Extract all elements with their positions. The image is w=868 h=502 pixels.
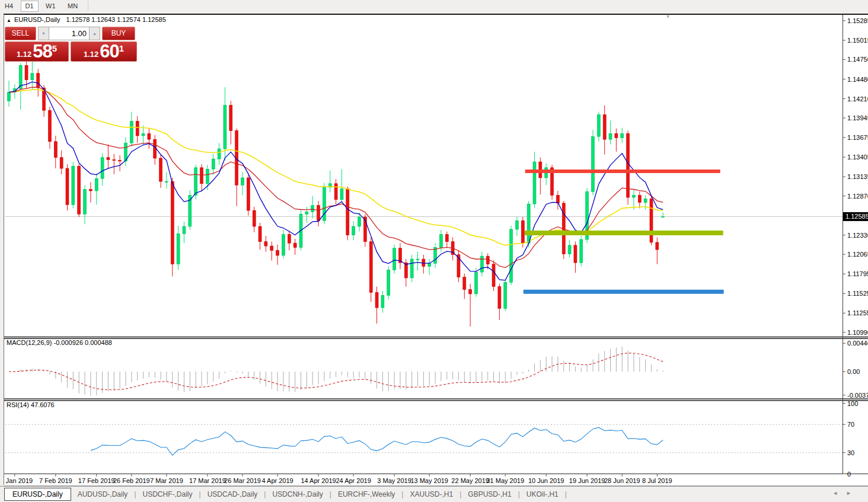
date-axis-label: 31 May 2019 [486, 477, 524, 484]
candle-body [615, 133, 618, 138]
tab-usdcad-daily[interactable]: USDCAD-,Daily [201, 488, 264, 500]
volume-spinner: ▼ ▲ [38, 27, 100, 40]
candle-body [48, 110, 51, 142]
candle-body [410, 259, 413, 278]
tab-usdcnh-daily[interactable]: USDCNH-,Daily [266, 488, 329, 500]
candle-body [37, 73, 40, 88]
candle-body [317, 206, 320, 221]
date-axis-label: 24 Apr 2019 [336, 477, 371, 484]
candle-body [282, 234, 285, 255]
buy-price-button[interactable]: 1.12601 [71, 41, 137, 62]
rsi-indicator-label: RSI(14) 47.6076 [7, 401, 55, 408]
price-axis-label: 1.13135 [847, 173, 868, 180]
tab-audusd-daily[interactable]: AUDUSD-,Daily [71, 488, 135, 500]
date-axis-label: 22 May 2019 [451, 477, 489, 484]
candle-body [334, 184, 337, 200]
rsi-axis-label: 30 [847, 449, 854, 456]
tab-scroll-left-icon[interactable]: ◄ [832, 490, 846, 496]
price-axis-label: 1.14480 [847, 76, 868, 83]
candle-body [656, 242, 659, 250]
buy-button[interactable]: BUY [102, 27, 135, 40]
candle-body [574, 245, 577, 263]
candle-body [404, 263, 407, 278]
date-axis-label: 14 Apr 2019 [301, 477, 336, 484]
candle-body [416, 259, 419, 260]
chevron-down-icon[interactable]: ▾ [666, 13, 669, 20]
buy-price-sup: 1 [119, 44, 124, 53]
macd-axis-label: 0.00 [847, 368, 860, 375]
tab-xauusd-h1[interactable]: XAUUSD-,H1 [403, 488, 459, 500]
date-axis-label: 26 Feb 2019 [113, 477, 150, 484]
volume-input[interactable] [49, 27, 90, 40]
price-axis-label: 1.11255 [847, 309, 868, 316]
tab-eurchf-weekly[interactable]: EURCHF-,Weekly [331, 488, 401, 500]
candle-body [25, 65, 28, 79]
timeframe-button-d1[interactable]: D1 [21, 1, 39, 12]
candle-body [78, 166, 81, 214]
ohlc-values: 1.12578 1.12643 1.12574 1.12585 [66, 16, 166, 23]
candle-body [504, 282, 507, 308]
rsi-axis-label: 0 [847, 471, 851, 478]
date-axis-label: 3 May 2019 [377, 477, 411, 484]
current-price-badge-label: 1.12585 [845, 213, 868, 220]
candle-body [492, 264, 495, 287]
symbol-tab-bar: EURUSD-,DailyAUDUSD-,Daily|USDCHF-,Daily… [0, 486, 868, 502]
candle-body [556, 195, 559, 203]
timeframe-button-mn[interactable]: MN [63, 1, 82, 12]
candle-body [340, 188, 343, 199]
candle-body [264, 242, 267, 246]
sell-price-sup: 5 [52, 44, 57, 53]
timeframe-toolbar: H4 D1 W1 MN [0, 0, 868, 12]
tab-ukoil-h1[interactable]: UKOil-,H1 [520, 488, 565, 500]
date-axis-label: 26 Mar 2019 [224, 477, 261, 484]
candle-body [218, 149, 221, 159]
tab-eurusd-daily[interactable]: EURUSD-,Daily [4, 488, 71, 501]
candle-body [130, 121, 133, 143]
tab-gbpusd-h1[interactable]: GBPUSD-,H1 [461, 488, 518, 500]
candle-body [603, 115, 606, 140]
collapse-panel-icon[interactable]: ▲ [7, 18, 11, 23]
sell-price-button[interactable]: 1.12585 [5, 41, 69, 62]
candle-body [148, 133, 151, 139]
chart-title: ▲EURUSD-,Daily1.12578 1.12643 1.12574 1.… [7, 16, 166, 23]
candle-body [381, 295, 384, 308]
price-axis-label: 1.11795 [847, 270, 868, 277]
candle-body [136, 121, 139, 136]
candle-body [358, 217, 361, 226]
timeframe-button-w1[interactable]: W1 [41, 1, 60, 12]
price-axis-label: 1.10990 [847, 329, 868, 336]
date-axis-label: 13 May 2019 [410, 477, 448, 484]
tab-scroll-right-icon[interactable]: ► [846, 490, 860, 496]
price-axis-label: 1.14750 [847, 56, 868, 63]
price-axis-label: 1.12870 [847, 193, 868, 200]
buy-price-prefix: 1.12 [84, 49, 98, 60]
volume-increase-icon[interactable]: ▲ [90, 27, 100, 40]
candle-body [101, 158, 104, 178]
candle-body [439, 234, 442, 247]
toolbar-separator [88, 1, 88, 11]
candle-body [627, 133, 630, 197]
candle-body [276, 250, 279, 255]
candle-body [527, 204, 530, 243]
candle-body [609, 133, 612, 139]
candle-body [113, 159, 116, 160]
candle-body [165, 181, 168, 182]
tab-usdchf-daily[interactable]: USDCHF-,Daily [136, 488, 199, 500]
candle-body [229, 105, 232, 131]
candle-body [463, 277, 466, 290]
timeframe-button-h4[interactable]: H4 [0, 1, 18, 12]
candle-body [224, 105, 226, 149]
price-axis-label: 1.12065 [847, 251, 868, 258]
rsi-axis-label: 70 [847, 421, 854, 428]
candle-body [498, 287, 501, 309]
date-axis-label: 17 Mar 2019 [189, 477, 226, 484]
candle-body [54, 142, 57, 158]
date-axis-label: 4 Apr 2019 [261, 477, 293, 484]
sell-button[interactable]: SELL [5, 27, 36, 40]
candle-body [293, 243, 296, 247]
candle-body [107, 158, 110, 160]
candle-body [428, 263, 431, 266]
candle-body [119, 161, 122, 161]
candle-body [66, 168, 69, 204]
volume-decrease-icon[interactable]: ▼ [39, 27, 49, 40]
